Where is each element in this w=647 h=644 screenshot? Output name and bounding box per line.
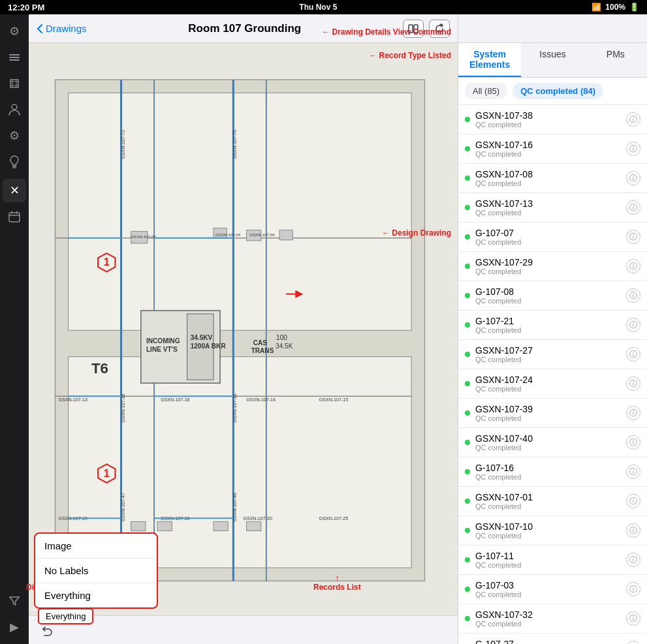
svg-rect-22 [279, 230, 292, 240]
close-sidebar-icon[interactable]: ✕ [3, 179, 26, 202]
filter-sidebar-icon[interactable] [3, 589, 26, 613]
record-item[interactable]: G-107-16 QC completed ⓘ [458, 457, 647, 487]
person-sidebar-icon[interactable] [3, 98, 26, 121]
record-content: G-107-07 QC completed [475, 228, 626, 246]
calendar-sidebar-icon[interactable] [3, 205, 26, 228]
drawing-area: Drawings Room 107 Grounding [29, 14, 458, 644]
record-info-button[interactable]: ⓘ [626, 523, 640, 538]
svg-rect-56 [213, 521, 228, 530]
tab-issues[interactable]: Issues [521, 43, 584, 77]
record-status: QC completed [475, 385, 626, 393]
lightbulb-sidebar-icon[interactable] [3, 150, 26, 174]
image-option[interactable]: Image [35, 534, 157, 559]
record-name: G-107-21 [475, 316, 626, 326]
record-info-button[interactable]: ⓘ [626, 553, 640, 567]
record-item[interactable]: G-107-11 QC completed ⓘ [458, 545, 647, 575]
record-info-button[interactable]: ⓘ [626, 376, 640, 391]
record-info-button[interactable]: ⓘ [626, 465, 640, 479]
record-item[interactable]: G-107-07 QC completed ⓘ [458, 222, 647, 252]
record-info-button[interactable]: ⓘ [626, 142, 640, 156]
status-time: 12:20 PM [8, 3, 44, 12]
nav-title: Room 107 Grounding [92, 22, 398, 35]
record-info-button[interactable]: ⓘ [626, 494, 640, 508]
main-container: ⚙ ⚙ ✕ [0, 14, 647, 644]
records-list[interactable]: GSXN-107-38 QC completed ⓘ GSXN-107-16 Q… [458, 105, 647, 644]
svg-text:34.5KV: 34.5KV [191, 334, 213, 341]
no-labels-option[interactable]: No Labels [35, 559, 157, 583]
record-info-button[interactable]: ⓘ [626, 318, 640, 332]
record-info-button[interactable]: ⓘ [626, 259, 640, 273]
tab-system-elements[interactable]: System Elements [458, 43, 521, 77]
record-item[interactable]: GSXN-107-39 QC completed ⓘ [458, 399, 647, 428]
record-status-dot [465, 264, 470, 269]
record-info-button[interactable]: ⓘ [626, 582, 640, 596]
record-name: GSXN-107-01 [475, 492, 626, 502]
record-item[interactable]: GSXN-107-38 QC completed ⓘ [458, 105, 647, 134]
record-item[interactable]: GSXN-107-27 QC completed ⓘ [458, 340, 647, 369]
record-status-dot [465, 322, 470, 328]
record-info-button[interactable]: ⓘ [626, 171, 640, 185]
record-status-dot [465, 293, 470, 298]
record-name: GSXN-107-39 [475, 404, 626, 414]
record-content: GSXN-107-24 QC completed [475, 375, 626, 393]
svg-rect-1 [9, 57, 20, 58]
drawing-canvas[interactable]: GSXN-107-72 GSXN-107-76 GSXN-107-35 GSXN… [29, 43, 458, 644]
arrow-right-sidebar-icon[interactable]: ▶ [3, 615, 26, 639]
record-item[interactable]: GSXN-107-24 QC completed ⓘ [458, 369, 647, 399]
record-name: G-107-03 [475, 580, 626, 590]
record-info-button[interactable]: ⓘ [626, 112, 640, 127]
view-toggle-button[interactable] [403, 20, 424, 38]
layers-sidebar-icon[interactable] [3, 46, 26, 69]
record-status: QC completed [475, 297, 626, 305]
record-item[interactable]: GSXN-107-01 QC completed ⓘ [458, 487, 647, 516]
record-item[interactable]: GSXN-107-40 QC completed ⓘ [458, 428, 647, 457]
tab-pms[interactable]: PMs [584, 43, 647, 77]
svg-rect-0 [9, 54, 20, 55]
filter-all-button[interactable]: All (85) [465, 83, 507, 99]
record-info-button[interactable]: ⓘ [626, 435, 640, 450]
record-item[interactable]: G-107-27 QC completed ⓘ [458, 634, 647, 644]
record-name: GSXN-107-13 [475, 198, 626, 209]
record-item[interactable]: GSXN-107-32 QC completed ⓘ [458, 604, 647, 634]
everything-option[interactable]: Everything [35, 583, 157, 607]
record-status-dot [465, 234, 470, 239]
record-item[interactable]: G-107-03 QC completed ⓘ [458, 575, 647, 604]
record-name: G-107-11 [475, 551, 626, 561]
svg-rect-5 [409, 25, 413, 33]
refresh-button[interactable] [429, 20, 450, 38]
svg-text:GSXN-107-35: GSXN-107-35 [121, 393, 125, 422]
record-name: GSXN-107-27 [475, 345, 626, 356]
svg-text:1: 1 [104, 256, 110, 268]
record-item[interactable]: GSXN-107-08 QC completed ⓘ [458, 164, 647, 193]
record-item[interactable]: G-107-21 QC completed ⓘ [458, 311, 647, 340]
back-button[interactable]: Drawings [37, 23, 87, 34]
record-info-button[interactable]: ⓘ [626, 200, 640, 215]
svg-rect-9 [69, 93, 412, 330]
record-status: QC completed [475, 532, 626, 540]
record-info-button[interactable]: ⓘ [626, 641, 640, 644]
gear-sidebar-icon[interactable]: ⚙ [3, 124, 26, 147]
record-info-button[interactable]: ⓘ [626, 230, 640, 244]
tools-sidebar-icon[interactable] [3, 72, 26, 95]
record-status-dot [465, 528, 470, 533]
record-item[interactable]: GSXN-107-13 QC completed ⓘ [458, 193, 647, 222]
record-item[interactable]: G-107-08 QC completed ⓘ [458, 281, 647, 311]
record-status: QC completed [475, 473, 626, 481]
filter-qc-completed-button[interactable]: QC completed (84) [513, 83, 603, 99]
record-item[interactable]: GSXN-107-29 QC completed ⓘ [458, 252, 647, 281]
display-current-button[interactable]: Everything [38, 608, 93, 624]
record-name: GSXN-107-08 [475, 169, 626, 179]
record-info-button[interactable]: ⓘ [626, 611, 640, 626]
settings-sidebar-icon[interactable]: ⚙ [3, 20, 26, 43]
record-info-button[interactable]: ⓘ [626, 288, 640, 303]
tabs-bar: System Elements Issues PMs [458, 43, 647, 78]
record-content: GSXN-107-40 QC completed [475, 433, 626, 452]
record-item[interactable]: GSXN-107-16 QC completed ⓘ [458, 134, 647, 164]
record-name: G-107-07 [475, 228, 626, 238]
record-status: QC completed [475, 444, 626, 452]
record-info-button[interactable]: ⓘ [626, 406, 640, 420]
record-name: GSXN-107-32 [475, 609, 626, 620]
record-info-button[interactable]: ⓘ [626, 347, 640, 361]
record-content: GSXN-107-39 QC completed [475, 404, 626, 422]
record-item[interactable]: GSXN-107-10 QC completed ⓘ [458, 516, 647, 545]
